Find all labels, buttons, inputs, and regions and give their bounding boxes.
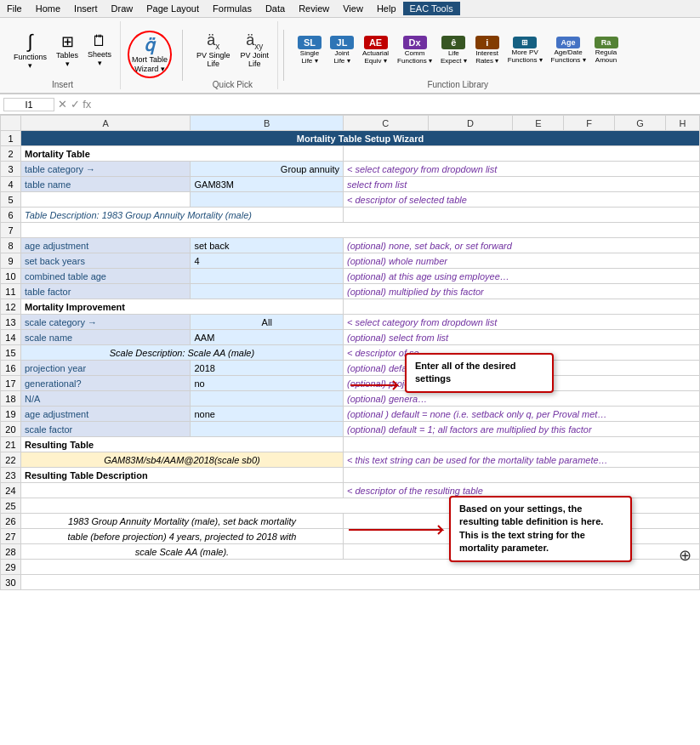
actuarial-equiv-button[interactable]: AE ActuarialEquiv ▾ — [359, 34, 392, 66]
table-row: 7 — [1, 223, 700, 238]
table-row: 19 age adjustment none (optional ) defau… — [1, 407, 700, 422]
table-row: 8 age adjustment set back (optional) non… — [1, 238, 700, 253]
menu-page-layout[interactable]: Page Layout — [139, 2, 206, 15]
table-row: 10 combined table age (optional) at this… — [1, 269, 700, 284]
table-row: 1 Mortality Table Setup Wizard — [1, 131, 700, 146]
table-row: 16 projection year 2018 (optional) defau… — [1, 361, 700, 376]
col-header-a[interactable]: A — [20, 116, 191, 131]
table-row: 9 set back years 4 (optional) whole numb… — [1, 253, 700, 269]
life-expect-button[interactable]: ê LifeExpect ▾ — [437, 34, 470, 66]
menu-eac-tools[interactable]: EAC Tools — [403, 2, 460, 15]
formula-input[interactable] — [94, 100, 697, 110]
age-date-functions-button[interactable]: Age Age/DateFunctions ▾ — [548, 35, 589, 65]
col-header-d[interactable]: D — [428, 116, 513, 131]
col-header-b[interactable]: B — [191, 116, 343, 131]
table-row: 13 scale category → All < select categor… — [1, 315, 700, 330]
table-row: 11 table factor (optional) multiplied by… — [1, 284, 700, 299]
table-row: 15 Scale Description: Scale AA (male) < … — [1, 345, 700, 361]
ribbon-group-function-library: SL SingleLife ▾ JL JointLife ▾ AE Actuar… — [289, 21, 627, 89]
table-row: 14 scale name AAM (optional) select from… — [1, 330, 700, 345]
mort-table-wizard-button[interactable]: q̈ Mort TableWizard ▾ — [128, 31, 172, 78]
menu-data[interactable]: Data — [259, 2, 292, 15]
callout-result-text: Based on your settings, the resulting ta… — [459, 503, 603, 553]
more-pv-functions-button[interactable]: ⊞ More PVFunctions ▾ — [504, 35, 546, 65]
menu-formulas[interactable]: Formulas — [206, 2, 259, 15]
callout-arrow-1 — [350, 377, 410, 394]
joint-life-button[interactable]: JL JointLife ▾ — [327, 34, 357, 66]
callout-settings-text: Enter all of the desired settings — [415, 361, 516, 384]
table-row: 2 Mortality Table — [1, 146, 700, 162]
formula-bar: ✕ ✓ fx — [0, 94, 700, 115]
menu-review[interactable]: Review — [292, 2, 336, 15]
title-cell: Mortality Table Setup Wizard — [20, 131, 699, 146]
interest-rates-button[interactable]: i InterestRates ▾ — [472, 34, 503, 66]
table-row: 20 scale factor (optional) default = 1; … — [1, 422, 700, 437]
menu-help[interactable]: Help — [370, 2, 403, 15]
sheets-button[interactable]: 🗒 Sheets▾ — [84, 31, 115, 69]
menu-insert[interactable]: Insert — [67, 2, 105, 15]
ribbon-group-insert: ∫ Functions▾ ⊞ Tables▾ 🗒 Sheets▾ Insert — [5, 21, 121, 89]
table-row: 21 Resulting Table — [1, 437, 700, 452]
ribbon-group-quick-pick: äx PV SingleLife äxy PV JointLife Quick … — [188, 21, 278, 89]
pv-joint-life-button[interactable]: äxy PV JointLife — [236, 30, 272, 70]
zoom-plus-icon[interactable]: ⊕ — [679, 546, 691, 565]
spreadsheet-container: A B C D E F G H 1 Mortality Table Setup … — [0, 115, 700, 590]
menu-home[interactable]: Home — [29, 2, 67, 15]
pv-single-life-button[interactable]: äx PV SingleLife — [193, 30, 234, 70]
functions-button[interactable]: ∫ Functions▾ — [10, 29, 50, 71]
quick-pick-label: Quick Pick — [213, 78, 253, 89]
menu-view[interactable]: View — [336, 2, 370, 15]
menu-file[interactable]: File — [0, 2, 29, 15]
formula-separator: ✕ ✓ fx — [54, 98, 94, 111]
table-row: 22 GAM83M/sb4/AAM@2018(scale sb0) < this… — [1, 452, 700, 468]
regular-amount-button[interactable]: Ra RegulaAmoun — [591, 35, 622, 65]
tables-button[interactable]: ⊞ Tables▾ — [52, 31, 83, 70]
table-row: 3 table category → Group annuity < selec… — [1, 162, 700, 177]
table-row: 6 Table Description: 1983 Group Annuity … — [1, 208, 700, 223]
table-row: 23 Resulting Table Description — [1, 468, 700, 483]
col-header-f[interactable]: F — [564, 116, 615, 131]
comm-functions-button[interactable]: Dx CommFunctions ▾ — [394, 34, 435, 66]
col-header-e[interactable]: E — [513, 116, 564, 131]
table-row: 5 < descriptor of selected table — [1, 192, 700, 208]
callout-settings: Enter all of the desired settings — [405, 353, 554, 393]
insert-group-label: Insert — [52, 78, 73, 89]
col-header-c[interactable]: C — [343, 116, 428, 131]
menu-draw[interactable]: Draw — [105, 2, 140, 15]
table-row: 4 table name GAM83M select from list — [1, 177, 700, 192]
col-header-g[interactable]: G — [615, 116, 666, 131]
table-row: 12 Mortality Improvement — [1, 299, 700, 315]
menu-bar: File Home Insert Draw Page Layout Formul… — [0, 0, 700, 18]
function-library-label: Function Library — [427, 78, 488, 89]
table-row: 30 — [1, 575, 700, 590]
corner-header — [1, 116, 21, 131]
callout-arrow-2 — [349, 521, 455, 538]
ribbon-group-wizard: q̈ Mort TableWizard ▾ — [122, 21, 177, 89]
col-header-h[interactable]: H — [665, 116, 699, 131]
cell-reference[interactable] — [3, 98, 54, 111]
single-life-button[interactable]: SL SingleLife ▾ — [294, 34, 325, 66]
callout-result: Based on your settings, the resulting ta… — [449, 496, 632, 562]
ribbon: ∫ Functions▾ ⊞ Tables▾ 🗒 Sheets▾ Insert … — [0, 18, 700, 94]
